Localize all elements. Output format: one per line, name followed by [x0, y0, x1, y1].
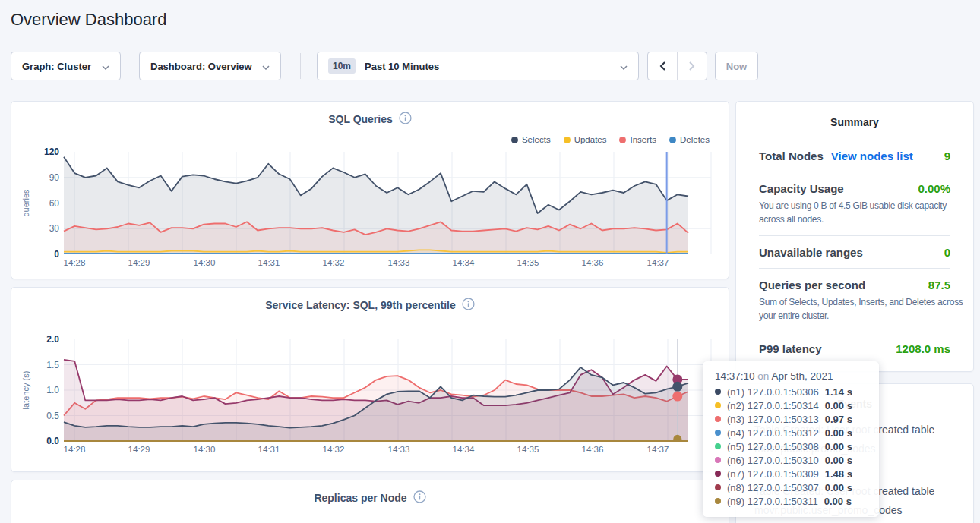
tooltip-row: (n2) 127.0.0.1:503140.00 s	[715, 399, 867, 412]
y-axis-label: latency (s)	[21, 371, 30, 410]
qps-label: Queries per second	[759, 279, 865, 291]
dashboard-dropdown-label: Dashboard: Overview	[150, 61, 252, 72]
tooltip-row: (n5) 127.0.0.1:503080.00 s	[715, 440, 867, 453]
y-tick-label: 1.5	[46, 360, 59, 370]
y-tick-label: 120	[44, 147, 59, 157]
chevron-down-icon	[620, 61, 628, 72]
x-tick-label: 14:34	[453, 258, 475, 267]
node-color-dot	[715, 416, 721, 422]
unavailable-label: Unavailable ranges	[759, 246, 863, 259]
x-tick-label: 14:33	[388, 258, 410, 267]
page-title: Overview Dashboard	[11, 10, 166, 30]
tooltip-row: (n3) 127.0.0.1:503130.97 s	[715, 412, 867, 426]
total-nodes-label: Total Nodes	[759, 150, 824, 162]
x-tick-label: 14:31	[258, 258, 280, 267]
tooltip-value: 0.00 s	[825, 400, 852, 411]
x-tick-label: 14:32	[323, 258, 345, 267]
tooltip-node: (n6) 127.0.0.1:50310	[727, 455, 819, 466]
node-color-dot	[715, 471, 721, 477]
total-nodes-value: 9	[944, 150, 950, 162]
y-tick-label: 0	[54, 249, 59, 260]
x-tick-label: 14:31	[258, 445, 280, 454]
tooltip-node: (n3) 127.0.0.1:50313	[727, 414, 819, 425]
tooltip-value: 0.97 s	[825, 414, 852, 425]
tooltip-value: 1.48 s	[825, 468, 852, 480]
y-tick-label: 90	[49, 172, 60, 183]
x-tick-label: 14:29	[128, 258, 150, 267]
replicas-title: Replicas per Node	[314, 492, 406, 504]
legend-item[interactable]: Deletes	[669, 135, 710, 144]
tooltip-value: 0.00 s	[825, 441, 852, 452]
x-tick-label: 14:37	[647, 445, 669, 454]
summary-title: Summary	[736, 102, 973, 128]
legend-label: Inserts	[630, 135, 656, 144]
x-tick-label: 14:32	[323, 445, 345, 454]
qps-desc: Sum of Selects, Updates, Inserts, and De…	[759, 291, 964, 323]
y-tick-label: 60	[49, 198, 60, 209]
legend-label: Deletes	[680, 135, 710, 144]
info-icon[interactable]	[399, 112, 412, 127]
graph-dropdown[interactable]: Graph: Cluster	[11, 52, 121, 80]
legend-label: Updates	[574, 135, 607, 144]
tooltip-node: (n1) 127.0.0.1:50306	[727, 386, 819, 398]
time-nav-group	[647, 52, 707, 80]
legend-item[interactable]: Updates	[564, 135, 607, 144]
x-tick-label: 14:34	[453, 445, 475, 454]
x-tick-label: 14:35	[517, 445, 539, 454]
capacity-label: Capacity Usage	[759, 182, 844, 195]
tooltip-value: 0.00 s	[825, 455, 852, 466]
y-tick-label: 0.0	[46, 436, 59, 446]
info-icon[interactable]	[413, 490, 426, 506]
sql-queries-chart[interactable]: 120906030014:2814:2914:3014:3114:3214:33…	[11, 102, 730, 280]
tooltip-row: (n7) 127.0.0.1:503091.48 s	[715, 467, 867, 480]
latency-title: Service Latency: SQL, 99th percentile	[265, 299, 456, 311]
y-tick-label: 0.5	[46, 411, 59, 421]
p99-label: P99 latency	[759, 342, 822, 355]
sql-queries-panel: 120906030014:2814:2914:3014:3114:3214:33…	[11, 101, 729, 279]
latency-chart[interactable]: 2.01.51.00.50.014:2814:2914:3014:3114:32…	[11, 288, 730, 473]
node-color-dot	[715, 402, 721, 408]
graph-dropdown-label: Graph: Cluster	[22, 61, 91, 72]
info-icon[interactable]	[462, 298, 475, 313]
capacity-desc: You are using 0 B of 4.5 GiB usable disk…	[759, 195, 964, 226]
dashboard-dropdown[interactable]: Dashboard: Overview	[139, 52, 281, 80]
y-tick-label: 1.0	[46, 385, 59, 395]
chart-hover-tooltip: 14:37:10 on Apr 5th, 2021 (n1) 127.0.0.1…	[703, 361, 879, 517]
node-color-dot	[715, 389, 721, 395]
x-tick-label: 14:36	[582, 445, 604, 454]
time-range-badge: 10m	[328, 58, 356, 74]
node-color-dot	[715, 430, 721, 436]
time-next-button[interactable]	[678, 52, 707, 80]
view-nodes-link[interactable]: View nodes list	[831, 150, 913, 162]
x-tick-label: 14:37	[647, 258, 669, 267]
tooltip-value: 0.00 s	[825, 427, 852, 439]
controls-divider	[300, 53, 301, 79]
time-range-selector[interactable]: 10m Past 10 Minutes	[317, 52, 639, 80]
tooltip-node: (n7) 127.0.0.1:50309	[727, 468, 819, 480]
legend-dot	[564, 137, 571, 143]
x-tick-label: 14:30	[194, 258, 216, 267]
now-button[interactable]: Now	[715, 52, 758, 80]
legend-dot	[511, 137, 518, 143]
tooltip-row: (n9) 127.0.0.1:503110.00 s	[715, 494, 867, 508]
tooltip-value: 1.14 s	[825, 386, 852, 398]
time-range-label: Past 10 Minutes	[365, 61, 439, 72]
summary-panel: Summary Total Nodes View nodes list 9 Ca…	[735, 101, 974, 372]
legend-item[interactable]: Inserts	[619, 135, 656, 144]
x-tick-label: 14:33	[388, 445, 410, 454]
unavailable-value: 0	[944, 246, 950, 259]
x-tick-label: 14:35	[517, 258, 539, 267]
node-color-dot	[715, 484, 721, 490]
tooltip-node: (n5) 127.0.0.1:50308	[727, 441, 819, 452]
legend-item[interactable]: Selects	[511, 135, 551, 144]
y-tick-label: 2.0	[46, 334, 59, 345]
y-axis-label: queries	[21, 189, 30, 217]
legend-dot	[669, 137, 676, 143]
tooltip-row: (n8) 127.0.0.1:503070.00 s	[715, 480, 867, 494]
time-prev-button[interactable]	[648, 52, 678, 80]
tooltip-node: (n2) 127.0.0.1:50314	[727, 400, 819, 411]
tooltip-value: 0.00 s	[824, 496, 852, 507]
x-tick-label: 14:28	[64, 258, 86, 267]
tooltip-value: 0.00 s	[825, 482, 852, 493]
tooltip-node: (n4) 127.0.0.1:50312	[727, 427, 819, 439]
